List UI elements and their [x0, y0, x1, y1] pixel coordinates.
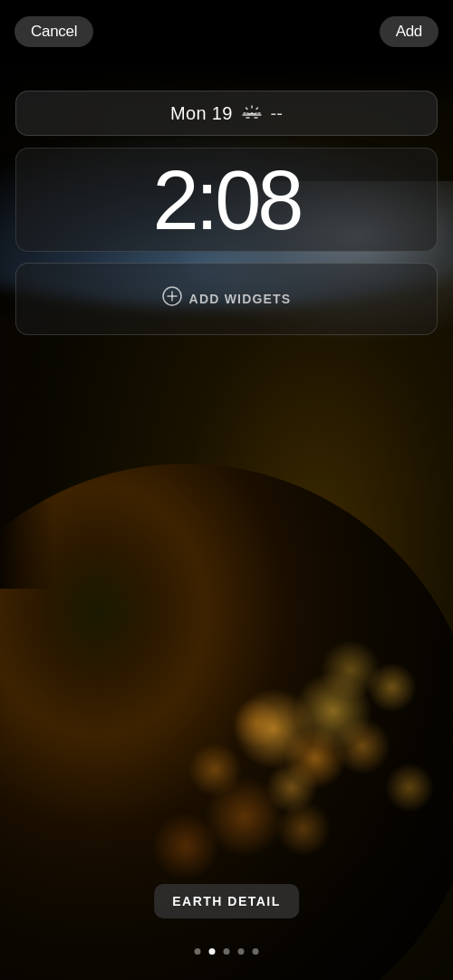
svg-line-3 — [256, 108, 257, 109]
dash-text: -- — [271, 103, 283, 124]
plus-circle-icon — [162, 286, 182, 312]
cancel-button[interactable]: Cancel — [14, 16, 93, 47]
page-dot-5[interactable] — [253, 948, 259, 955]
page-dot-4[interactable] — [238, 948, 245, 955]
ui-layer: Cancel Add Mon 19 -- 2:08 — [0, 0, 453, 980]
svg-line-2 — [246, 108, 246, 109]
date-text: Mon 19 — [170, 103, 233, 124]
sunrise-icon — [240, 102, 264, 125]
wallpaper-label-text: EARTH DETAIL — [172, 894, 281, 908]
page-dots — [195, 948, 259, 955]
add-widgets-label: ADD WIDGETS — [189, 292, 292, 306]
top-bar: Cancel Add — [0, 0, 453, 63]
page-dot-1[interactable] — [195, 948, 201, 955]
date-bar[interactable]: Mon 19 -- — [15, 91, 438, 136]
wallpaper-label: EARTH DETAIL — [154, 884, 299, 918]
add-button[interactable]: Add — [380, 16, 439, 47]
page-dot-2[interactable] — [209, 948, 216, 955]
page-dot-3[interactable] — [224, 948, 230, 955]
clock-widget[interactable]: 2:08 — [15, 148, 438, 252]
clock-time: 2:08 — [152, 159, 300, 242]
add-widgets-bar[interactable]: ADD WIDGETS — [15, 263, 438, 335]
